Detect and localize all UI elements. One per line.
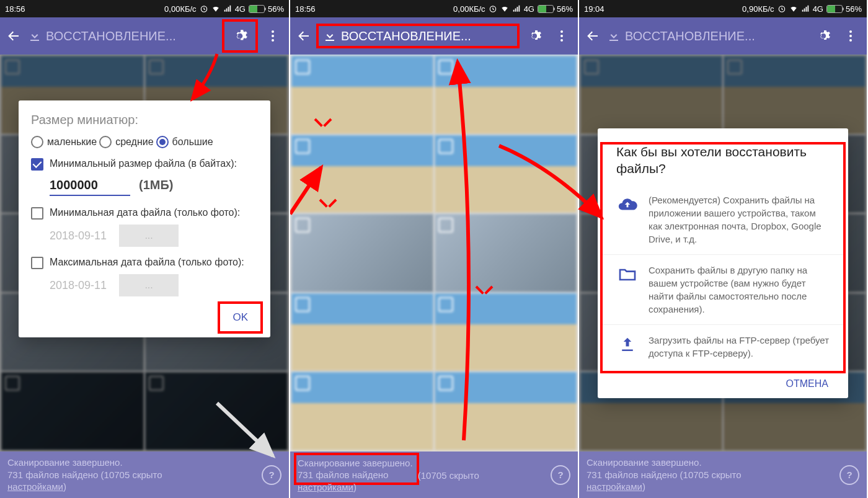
status-footer: Сканирование завершено. 731 файлов найде… [290,451,578,498]
radio-medium[interactable]: средние [99,136,153,148]
folder-icon [616,264,639,286]
radio-large[interactable]: большие [156,136,213,148]
thumbnail[interactable] [291,214,433,292]
battery-icon [826,5,843,13]
download-icon [322,29,337,43]
max-date-checkbox-row[interactable]: Максимальная дата файла (только фото): [31,257,258,269]
thumbnail[interactable] [291,372,433,450]
svg-point-2 [272,35,274,37]
status-time: 18:56 [295,4,316,14]
alarm-icon [200,4,208,13]
dialog-title: Как бы вы хотели восстановить файлы? [601,143,844,185]
overflow-menu-button[interactable] [262,25,284,47]
screen-2: 18:56 0,00КБ/с 4G 56% ВОССТАНОВЛЕНИЕ... [289,0,578,498]
svg-point-10 [849,35,852,37]
status-bar: 18:56 0,00КБ/с 4G 56% [0,0,289,17]
appbar-title[interactable]: ВОССТАНОВЛЕНИЕ... [317,25,518,47]
alarm-icon [777,4,786,13]
min-date-checkbox-row[interactable]: Минимальная дата файла (только фото): [31,207,258,220]
size-hint: (1МБ) [139,178,173,192]
screen-3: 19:04 0,90КБ/с 4G 56% ВОССТАНОВЛЕНИЕ... [578,0,867,498]
signal-icon [801,4,810,13]
cloud-upload-icon [616,193,639,216]
svg-point-11 [849,39,852,42]
status-4g: 4G [813,4,823,14]
battery-icon [249,5,265,13]
max-date-value: 2018-09-11 [50,279,107,292]
settings-button[interactable] [812,25,835,47]
download-icon [606,29,621,43]
thumbnail[interactable] [435,372,577,450]
svg-point-9 [849,30,852,33]
thumbnail[interactable] [435,293,577,371]
thumbnail-grid [290,55,578,451]
thumbnail[interactable] [291,293,433,371]
option-cloud[interactable]: (Рекомендуется) Сохранить файлы на прило… [601,185,844,254]
status-batt: 56% [268,4,284,14]
status-footer: Сканирование завершено. 731 файлов найде… [579,451,867,498]
thumbnail-size-radios: маленькие средние большие [31,136,258,148]
min-size-input[interactable] [50,176,130,196]
wifi-icon [500,4,509,13]
download-icon [27,29,42,43]
status-batt: 56% [557,4,573,14]
settings-button[interactable] [523,25,546,47]
max-date-picker-button[interactable]: ... [119,274,179,296]
app-bar: ВОССТАНОВЛЕНИЕ... [0,17,289,55]
status-net: 0,90КБ/с [742,4,774,14]
battery-icon [538,5,554,13]
settings-button[interactable] [223,20,257,51]
option-folder[interactable]: Сохранить файлы в другую папку на вашем … [601,254,844,324]
overflow-menu-button[interactable] [839,25,862,47]
help-button[interactable]: ? [839,465,859,485]
thumbnail[interactable] [291,135,433,213]
app-bar: ВОССТАНОВЛЕНИЕ... [290,17,578,55]
status-bar: 18:56 0,00КБ/с 4G 56% [290,0,578,17]
back-button[interactable] [295,27,312,45]
settings-dialog: Размер миниатюр: маленькие средние больш… [19,100,270,337]
appbar-title[interactable]: ВОССТАНОВЛЕНИЕ... [27,29,218,43]
cancel-button[interactable]: ОТМЕНА [779,373,836,394]
checkbox-icon [31,257,43,269]
svg-point-3 [272,39,274,42]
svg-point-5 [560,30,563,33]
dialog-title: Размер миниатюр: [31,113,258,127]
signal-icon [512,4,521,13]
status-time: 18:56 [5,4,25,14]
min-size-checkbox-row[interactable]: Минимальный размер файла (в байтах): [31,158,258,171]
thumbnail[interactable] [435,214,577,292]
status-time: 19:04 [584,4,604,14]
overflow-menu-button[interactable] [551,25,573,47]
back-button[interactable] [5,27,22,45]
ok-button[interactable]: OK [223,306,258,329]
min-date-picker-button[interactable]: ... [119,225,179,247]
appbar-title[interactable]: ВОССТАНОВЛЕНИЕ... [606,29,807,43]
screen-1: 18:56 0,00КБ/с 4G 56% ВОССТАНОВЛЕНИЕ... [0,0,289,498]
app-bar: ВОССТАНОВЛЕНИЕ... [579,17,867,55]
signal-icon [223,4,232,13]
thumbnail[interactable] [435,56,577,134]
help-button[interactable]: ? [551,465,570,485]
upload-icon [616,334,639,356]
svg-point-1 [272,30,274,33]
wifi-icon [789,4,798,13]
status-net: 0,00КБ/с [164,4,197,14]
wifi-icon [211,4,220,13]
back-button[interactable] [584,27,601,45]
status-4g: 4G [524,4,534,14]
help-button[interactable]: ? [262,465,281,485]
thumbnail[interactable] [435,135,577,213]
svg-point-7 [560,39,563,42]
checkbox-icon [31,158,43,171]
status-net: 0,00КБ/с [453,4,485,14]
thumbnail[interactable] [291,56,433,134]
restore-dialog: Как бы вы хотели восстановить файлы? (Ре… [598,128,848,398]
checkbox-icon [31,207,43,220]
alarm-icon [489,4,497,13]
status-4g: 4G [235,4,246,14]
radio-small[interactable]: маленькие [31,136,97,148]
status-footer: Сканирование завершено. 731 файлов найде… [0,451,289,498]
status-batt: 56% [846,4,862,14]
option-ftp[interactable]: Загрузить файлы на FTP-сервер (требует д… [601,324,844,368]
svg-point-6 [560,35,563,37]
